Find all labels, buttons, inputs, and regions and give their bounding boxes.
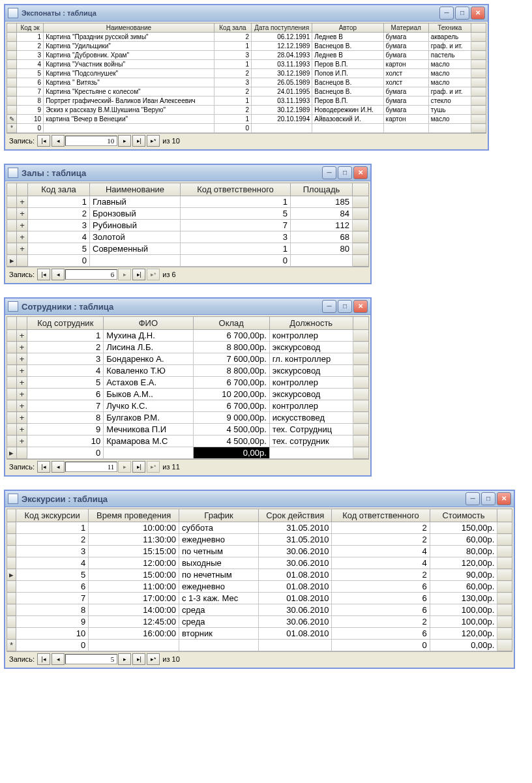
cell[interactable]: масло	[428, 78, 471, 87]
cell[interactable]: 0	[332, 640, 430, 651]
cell[interactable]: 30.06.2010	[259, 546, 332, 557]
col-header[interactable]: ФИО	[104, 317, 193, 330]
nav-first-button[interactable]: |◂	[37, 269, 50, 280]
nav-record-input[interactable]	[65, 462, 117, 472]
cell[interactable]: 90,00р.	[430, 569, 497, 581]
cell[interactable]: 6	[17, 78, 44, 87]
nav-prev-button[interactable]: ◂	[52, 653, 65, 665]
cell[interactable]: 84	[291, 208, 353, 220]
cell[interactable]: 150,00р.	[430, 522, 497, 534]
cell[interactable]: 9	[27, 424, 104, 436]
cell[interactable]: 12:45:00	[89, 616, 179, 628]
table-row[interactable]: 1016:00:00вторник01.08.20106120,00р.	[7, 628, 512, 640]
cell[interactable]: экскурсовод	[269, 389, 353, 400]
cell[interactable]: 6	[332, 581, 430, 593]
cell[interactable]: 8	[27, 412, 104, 424]
table-row[interactable]: 717:00:00с 1-3 каж. Мес01.08.20106130,00…	[7, 593, 512, 604]
col-header[interactable]: Площадь	[291, 183, 353, 196]
cell[interactable]: 7	[181, 220, 291, 231]
cell[interactable]: 5	[181, 208, 291, 220]
cell[interactable]: Золотой	[90, 231, 181, 243]
data-grid[interactable]: Код сотрудник ФИО Оклад Должность +1Мухи…	[7, 316, 369, 459]
minimize-button[interactable]: ─	[322, 166, 336, 179]
cell[interactable]: 6	[332, 628, 430, 640]
cell[interactable]: Картина " Витязь"	[44, 78, 214, 87]
cell[interactable]: 1	[214, 42, 251, 51]
cell[interactable]: 7	[16, 593, 88, 604]
cell[interactable]: бумага	[383, 87, 428, 96]
cell[interactable]: среда	[179, 616, 258, 628]
cell[interactable]: 10	[17, 115, 44, 124]
cell[interactable]: 100,00р.	[430, 604, 497, 616]
cell[interactable]: 0	[214, 124, 251, 133]
cell[interactable]: 7	[17, 87, 44, 96]
cell[interactable]: 11:30:00	[89, 534, 179, 546]
cell[interactable]: 120,00р.	[430, 628, 497, 640]
close-button[interactable]: ✕	[497, 492, 511, 505]
cell[interactable]: 8 800,00р.	[193, 365, 269, 377]
cell[interactable]: бумага	[383, 96, 428, 106]
cell[interactable]: Картина "Крестьяне с колесом"	[44, 87, 214, 96]
cell[interactable]: Бронзовый	[90, 208, 181, 220]
cell[interactable]: 5	[27, 377, 104, 389]
cell[interactable]: бумага	[383, 51, 428, 60]
cell[interactable]: Перов В.П.	[312, 96, 383, 106]
cell[interactable]: 4	[27, 365, 104, 377]
col-header[interactable]: Срок действия	[259, 509, 332, 522]
cell[interactable]: Перов В.П.	[312, 60, 383, 69]
maximize-button[interactable]: □	[455, 7, 469, 20]
nav-record-input[interactable]	[65, 136, 117, 146]
cell[interactable]: масло	[428, 115, 471, 124]
cell[interactable]: 60,00р.	[430, 581, 497, 593]
table-row-new[interactable]: * 0 0	[7, 124, 486, 133]
cell[interactable]: 130,00р.	[430, 593, 497, 604]
cell[interactable]: 30.12.1989	[251, 69, 312, 78]
table-row[interactable]: +4Коваленко Т.Ю8 800,00р.экскурсовод	[7, 365, 369, 377]
cell[interactable]: 1	[214, 96, 251, 106]
cell[interactable]	[428, 124, 471, 133]
table-row[interactable]: +7Лучко К.С.6 700,00р.контроллер	[7, 400, 369, 412]
titlebar[interactable]: Сотрудники : таблица ─ □ ✕	[5, 299, 370, 315]
cell[interactable]: Васнецов В.	[312, 87, 383, 96]
col-header[interactable]: Наименование	[90, 183, 181, 196]
nav-next-button[interactable]: ▸	[118, 461, 131, 473]
cell[interactable]: 12:00:00	[89, 557, 179, 569]
cell[interactable]: 14:00:00	[89, 604, 179, 616]
cell[interactable]: 0	[181, 255, 291, 267]
table-row[interactable]: +1Главный1185	[7, 196, 369, 208]
scrollbar-vertical[interactable]	[353, 317, 368, 330]
cell[interactable]: 6 700,00р.	[193, 377, 269, 389]
close-button[interactable]: ✕	[353, 300, 368, 313]
cell[interactable]: 0,00р.	[430, 640, 497, 651]
nav-last-button[interactable]: ▸|	[132, 269, 145, 280]
cell[interactable]: среда	[179, 604, 258, 616]
cell[interactable]: 7 600,00р.	[193, 353, 269, 365]
cell[interactable]: 7	[27, 400, 104, 412]
col-header[interactable]: Код сотрудник	[27, 317, 104, 330]
cell[interactable]: 4	[332, 546, 430, 557]
table-row[interactable]: 412:00:00выходные30.06.20104120,00р.	[7, 557, 512, 569]
scrollbar-vertical[interactable]	[471, 23, 486, 33]
cell[interactable]: 31.05.2010	[259, 522, 332, 534]
cell[interactable]: 01.08.2010	[259, 569, 332, 581]
cell[interactable]: контроллер	[269, 400, 353, 412]
cell[interactable]: 4	[17, 60, 44, 69]
cell[interactable]: 12.12.1989	[251, 42, 312, 51]
cell[interactable]: 16:00:00	[89, 628, 179, 640]
cell[interactable]: Картина "Удильщики"	[44, 42, 214, 51]
cell[interactable]: Васнецов В.	[312, 42, 383, 51]
nav-first-button[interactable]: |◂	[37, 135, 50, 147]
cell[interactable]: 6	[332, 593, 430, 604]
cell[interactable]: Булгаков Р.М.	[104, 412, 193, 424]
cell[interactable]: Васнецов В.	[312, 78, 383, 87]
cell[interactable]: 0	[28, 255, 90, 267]
nav-new-button[interactable]: ▸*	[147, 461, 160, 473]
cell[interactable]: 2	[332, 616, 430, 628]
cell[interactable]: контроллер	[269, 330, 353, 342]
cell[interactable]: 4	[28, 231, 90, 243]
cell[interactable]: 60,00р.	[430, 534, 497, 546]
cell[interactable]: 06.12.1991	[251, 33, 312, 42]
nav-last-button[interactable]: ▸|	[132, 135, 145, 147]
table-row[interactable]: ✎10картина "Вечер в Венеции"120.10.1994А…	[7, 115, 486, 124]
nav-new-button[interactable]: ▸*	[147, 269, 160, 280]
